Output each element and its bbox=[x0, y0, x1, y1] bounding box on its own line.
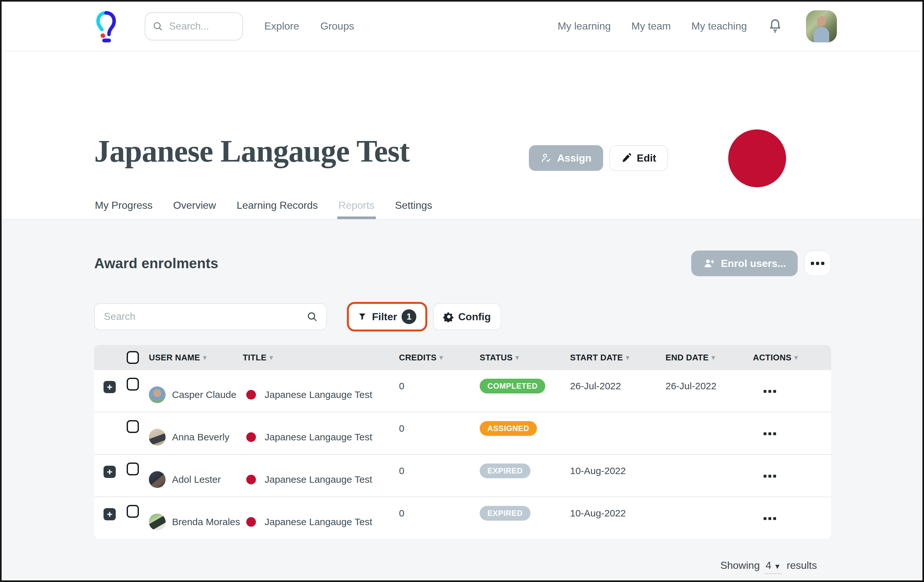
more-options-button[interactable] bbox=[804, 250, 831, 276]
results-label: results bbox=[787, 559, 817, 571]
user-name: Adol Lester bbox=[172, 474, 221, 485]
select-all-checkbox[interactable] bbox=[127, 351, 139, 364]
ellipsis-icon bbox=[764, 432, 766, 435]
sort-icon: ▾ bbox=[203, 353, 207, 361]
list-search-input[interactable] bbox=[103, 311, 306, 323]
reports-content: Award enrolments Enrol users... bbox=[2, 220, 922, 581]
filter-count-badge: 1 bbox=[401, 309, 416, 324]
page-title: Japanese Langauge Test bbox=[94, 134, 409, 169]
person-check-icon bbox=[540, 152, 552, 164]
sort-icon: ▾ bbox=[711, 353, 715, 361]
start-date: 10-Aug-2022 bbox=[570, 465, 625, 476]
ellipsis-icon bbox=[764, 390, 766, 393]
status-badge: EXPIRED bbox=[480, 506, 530, 521]
edit-label: Edit bbox=[637, 152, 656, 164]
credits-value: 0 bbox=[399, 508, 404, 518]
user-avatar bbox=[149, 514, 165, 530]
tab-reports[interactable]: Reports bbox=[338, 192, 375, 219]
table-row: + Adol Lester Japanese Langauge Test 0 E… bbox=[94, 454, 831, 497]
expand-row-button[interactable]: + bbox=[104, 466, 116, 478]
gear-icon bbox=[443, 311, 454, 322]
person-plus-icon bbox=[703, 257, 715, 270]
row-checkbox[interactable] bbox=[127, 505, 139, 518]
award-thumbnail bbox=[246, 432, 256, 442]
nav-my-teaching[interactable]: My teaching bbox=[691, 20, 747, 32]
sort-icon: ▾ bbox=[439, 353, 443, 361]
table-row: + Brenda Morales Japanese Langauge Test … bbox=[94, 497, 831, 539]
col-actions[interactable]: ACTIONS▾ bbox=[753, 353, 831, 363]
nav-explore[interactable]: Explore bbox=[264, 20, 299, 32]
assign-button[interactable]: Assign bbox=[529, 145, 603, 171]
chevron-down-icon: ▼ bbox=[774, 562, 781, 571]
user-avatar bbox=[149, 429, 165, 446]
notifications-bell-icon[interactable] bbox=[767, 18, 783, 35]
lightbulb-logo-icon[interactable] bbox=[96, 10, 116, 43]
table-row: + Anna Beverly Japanese Langauge Test 0 … bbox=[94, 412, 831, 454]
search-icon bbox=[152, 21, 163, 32]
search-icon[interactable] bbox=[306, 311, 318, 322]
filter-label: Filter bbox=[372, 311, 397, 323]
toolbar-actions: Enrol users... bbox=[691, 250, 831, 276]
row-checkbox[interactable] bbox=[127, 462, 139, 475]
credits-value: 0 bbox=[399, 465, 404, 476]
award-thumbnail bbox=[246, 475, 256, 484]
assign-label: Assign bbox=[557, 152, 592, 164]
table-header-row: USER NAME▾ TITLE▾ CREDITS▾ STATUS▾ START… bbox=[94, 345, 831, 370]
showing-label: Showing bbox=[720, 559, 760, 571]
sort-icon: ▾ bbox=[794, 353, 798, 361]
award-title: Japanese Langauge Test bbox=[265, 429, 372, 446]
col-title[interactable]: TITLE▾ bbox=[243, 353, 399, 363]
user-avatar bbox=[149, 471, 165, 488]
nav-my-team[interactable]: My team bbox=[632, 20, 671, 32]
filter-button[interactable]: Filter 1 bbox=[347, 302, 427, 332]
edit-button[interactable]: Edit bbox=[609, 145, 668, 171]
status-badge: EXPIRED bbox=[480, 464, 530, 478]
config-button[interactable]: Config bbox=[433, 303, 501, 330]
col-end-date[interactable]: END DATE▾ bbox=[665, 353, 753, 363]
global-search-input[interactable] bbox=[168, 20, 235, 33]
row-actions-button[interactable] bbox=[753, 497, 831, 539]
status-badge: ASSIGNED bbox=[480, 421, 537, 436]
award-title: Japanese Langauge Test bbox=[265, 386, 372, 403]
profile-avatar[interactable] bbox=[806, 10, 837, 43]
col-credits[interactable]: CREDITS▾ bbox=[399, 353, 480, 363]
hero-actions: Assign Edit bbox=[529, 145, 668, 171]
award-thumbnail bbox=[246, 390, 256, 400]
table-row: + Casper Claude Japanese Langauge Test 0… bbox=[94, 370, 831, 412]
row-actions-button[interactable] bbox=[753, 413, 831, 454]
funnel-icon bbox=[358, 312, 368, 322]
row-actions-button[interactable] bbox=[753, 455, 831, 497]
row-checkbox[interactable] bbox=[127, 420, 139, 433]
nav-groups[interactable]: Groups bbox=[320, 20, 354, 32]
credits-value: 0 bbox=[399, 423, 404, 434]
ellipsis-icon bbox=[764, 475, 766, 478]
pencil-icon bbox=[621, 153, 632, 163]
enrol-users-button[interactable]: Enrol users... bbox=[691, 250, 798, 276]
app-window: Explore Groups My learning My team My te… bbox=[0, 0, 924, 582]
award-hero: Japanese Langauge Test Assign Edit bbox=[2, 51, 922, 192]
top-navigation: Explore Groups My learning My team My te… bbox=[2, 2, 922, 51]
col-status[interactable]: STATUS▾ bbox=[480, 353, 570, 363]
expand-row-button[interactable]: + bbox=[104, 508, 116, 520]
tab-bar: My Progress Overview Learning Records Re… bbox=[2, 192, 922, 220]
filter-row: Filter 1 Config bbox=[94, 302, 831, 332]
col-user-name[interactable]: USER NAME▾ bbox=[149, 353, 243, 363]
col-start-date[interactable]: START DATE▾ bbox=[570, 353, 665, 363]
sort-icon: ▾ bbox=[626, 353, 630, 361]
user-name: Brenda Morales bbox=[172, 516, 240, 528]
expand-row-button[interactable]: + bbox=[104, 381, 116, 393]
tab-learning-records[interactable]: Learning Records bbox=[236, 192, 318, 219]
nav-my-learning[interactable]: My learning bbox=[558, 20, 610, 32]
tab-settings[interactable]: Settings bbox=[394, 192, 433, 219]
award-title: Japanese Langauge Test bbox=[265, 514, 372, 530]
results-count-dropdown[interactable]: 4▼ bbox=[764, 559, 782, 574]
tab-my-progress[interactable]: My Progress bbox=[94, 192, 153, 219]
enrol-users-label: Enrol users... bbox=[721, 258, 786, 270]
tab-overview[interactable]: Overview bbox=[173, 192, 217, 219]
award-image-red-circle bbox=[728, 130, 786, 187]
list-search bbox=[94, 303, 327, 330]
row-checkbox[interactable] bbox=[127, 378, 139, 391]
row-actions-button[interactable] bbox=[753, 370, 831, 412]
user-avatar bbox=[149, 386, 165, 403]
user-name: Casper Claude bbox=[172, 389, 236, 400]
